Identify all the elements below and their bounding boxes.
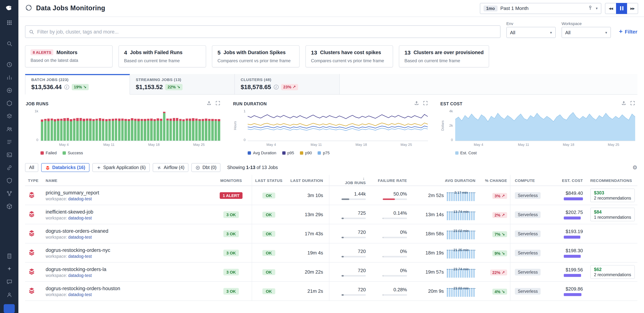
col-compute[interactable]: COMPUTE (510, 175, 546, 186)
monitors-badge[interactable]: 3 OK (224, 211, 239, 218)
watchdog-icon[interactable] (4, 85, 14, 95)
recommendation-card[interactable]: $84 1 recommendations (590, 208, 635, 221)
legend-item[interactable]: p90 (300, 151, 312, 155)
history-icon[interactable] (4, 60, 14, 69)
card-over-provisioned[interactable]: 13 Clusters are over provisioned Based o… (399, 45, 489, 67)
recommendation-card[interactable]: $62 2 recommendations (590, 265, 635, 279)
legend-item[interactable]: Avg Duration (248, 151, 276, 155)
job-name[interactable]: dogrus-restocking-orders-la (46, 266, 210, 272)
pause-button[interactable] (616, 3, 627, 14)
table-row[interactable]: pricing_summary_report workspace: datado… (25, 186, 638, 205)
avg-duration-sparkline[interactable]: 3.17 min (447, 189, 476, 202)
table-row[interactable]: dogrus-store-orders-cleaned workspace: d… (25, 224, 638, 243)
logs-icon[interactable] (4, 137, 14, 147)
info-icon[interactable]: i (274, 85, 278, 90)
datadog-logo[interactable] (4, 3, 15, 14)
info-icon[interactable]: i (64, 85, 69, 90)
chip-databricks[interactable]: Databricks (16) (41, 163, 89, 172)
legend-item[interactable]: Success (62, 151, 83, 155)
col-monitors[interactable]: MONITORS (210, 178, 252, 182)
search-input[interactable] (25, 26, 500, 38)
monitors-badge[interactable]: 3 OK (224, 230, 239, 237)
table-row[interactable]: inefficient-skewed-job workspace: datado… (25, 205, 638, 224)
gear-icon[interactable]: ⚙ (632, 164, 638, 171)
avg-duration-sparkline[interactable]: 23.93 min (447, 285, 476, 297)
col-avg-duration[interactable]: AVG DURATION (412, 178, 477, 182)
avg-duration-sparkline[interactable]: 21.35 min (447, 246, 476, 259)
chevron-down-icon[interactable]: ▾ (596, 6, 598, 10)
run-duration-plot[interactable] (248, 110, 428, 141)
tab-batch-jobs[interactable]: BATCH JOBS (223) $13,536.44 i 19% ↘ (25, 74, 130, 95)
table-row[interactable]: dogrus-restocking-orders-la workspace: d… (25, 262, 638, 282)
export-icon[interactable] (414, 101, 419, 107)
copilot-icon[interactable] (4, 264, 14, 274)
security-icon[interactable] (4, 176, 14, 185)
apm-icon[interactable] (4, 111, 14, 121)
workflows-icon[interactable] (4, 189, 14, 198)
chip-airflow[interactable]: Airflow (4) (153, 163, 188, 172)
workspace-tag[interactable]: datadog-test (68, 273, 92, 277)
infrastructure-icon[interactable] (4, 98, 14, 108)
table-row[interactable]: dogrus-restocking-orders-houston workspa… (25, 282, 638, 301)
recommendation-card[interactable]: $303 2 recommendations (590, 189, 635, 202)
legend-item[interactable]: p75 (318, 151, 330, 155)
col-recommendations[interactable]: RECOMMENDATIONS (586, 178, 638, 182)
user-icon[interactable] (4, 290, 14, 299)
pin-icon[interactable] (588, 5, 593, 12)
job-name[interactable]: pricing_summary_report (46, 190, 210, 195)
col-last-status[interactable]: LAST STATUS (252, 175, 286, 186)
job-name[interactable]: inefficient-skewed-job (46, 209, 210, 214)
env-select[interactable]: All ▾ (506, 27, 556, 38)
export-icon[interactable] (207, 101, 212, 107)
col-pct-change[interactable]: % CHANGE (477, 178, 510, 182)
ci-terminal-icon[interactable] (4, 150, 14, 159)
workspace-tag[interactable]: datadog-test (68, 216, 92, 220)
metrics-icon[interactable] (4, 73, 14, 82)
monitors-badge[interactable]: 3 OK (224, 250, 239, 256)
card-duration-spikes[interactable]: 5 Jobs with Duration Spikes Compares cur… (212, 45, 300, 67)
users-icon[interactable] (4, 124, 14, 134)
time-forward-button[interactable]: ▶▶ (627, 3, 638, 14)
col-last-duration[interactable]: LAST DURATION (286, 178, 329, 182)
card-cost-spikes[interactable]: 13 Clusters have cost spikes Compares cu… (306, 45, 393, 67)
apps-grid-icon[interactable] (4, 18, 14, 27)
time-back-button[interactable]: ◀◀ (605, 3, 616, 14)
expand-icon[interactable] (423, 101, 428, 107)
export-icon[interactable] (621, 101, 626, 107)
col-type[interactable]: TYPE (25, 178, 46, 182)
workspace-tag[interactable]: datadog-test (68, 254, 92, 258)
workspace-tag[interactable]: datadog-test (68, 196, 92, 201)
integrations-icon[interactable] (4, 163, 14, 172)
est-cost-plot[interactable] (455, 110, 635, 141)
organization-icon[interactable] (4, 251, 14, 261)
tab-streaming-jobs[interactable]: STREAMING JOBS (13) $1,153.52 22% ↘ (130, 74, 235, 94)
avg-duration-sparkline[interactable]: 23.02 min (447, 227, 476, 240)
avg-duration-sparkline[interactable]: 13.74 min (447, 208, 476, 221)
job-name[interactable]: dogrus-restocking-orders-houston (46, 285, 210, 291)
avg-duration-sparkline[interactable]: 23.74 min (447, 266, 476, 278)
card-failed-runs[interactable]: 4 Jobs with Failed Runs Based on current… (118, 45, 206, 67)
job-name[interactable]: dogrus-restocking-orders-nyc (46, 247, 210, 253)
job-runs-plot[interactable] (40, 110, 220, 141)
chip-dbt[interactable]: Dbt (0) (191, 163, 220, 172)
workspace-badge[interactable] (4, 304, 15, 313)
monitors-badge[interactable]: 3 OK (224, 269, 239, 275)
table-row[interactable]: dogrus-restocking-orders-nyc workspace: … (25, 243, 638, 262)
monitors-badge[interactable]: 1 ALERT (220, 192, 242, 199)
containers-icon[interactable] (4, 201, 14, 211)
legend-item[interactable]: p95 (282, 151, 294, 155)
chip-all[interactable]: All (25, 163, 38, 172)
search-icon[interactable] (4, 39, 14, 48)
expand-icon[interactable] (630, 101, 635, 107)
chip-spark[interactable]: Spark Application (6) (92, 163, 150, 172)
col-name[interactable]: NAME (46, 178, 210, 182)
legend-item[interactable]: Est. Cost (455, 151, 476, 155)
job-name[interactable]: dogrus-store-orders-cleaned (46, 228, 210, 234)
expand-icon[interactable] (216, 101, 220, 107)
workspace-tag[interactable]: datadog-test (68, 292, 92, 297)
col-job-runs[interactable]: ↓JOB RUNS (329, 175, 370, 186)
monitors-badge[interactable]: 3 OK (224, 288, 239, 294)
add-filter-button[interactable]: + Filter (619, 26, 638, 37)
col-failure-rate[interactable]: FAILURE RATE (370, 178, 412, 182)
col-est-cost[interactable]: EST. COST (546, 178, 586, 182)
